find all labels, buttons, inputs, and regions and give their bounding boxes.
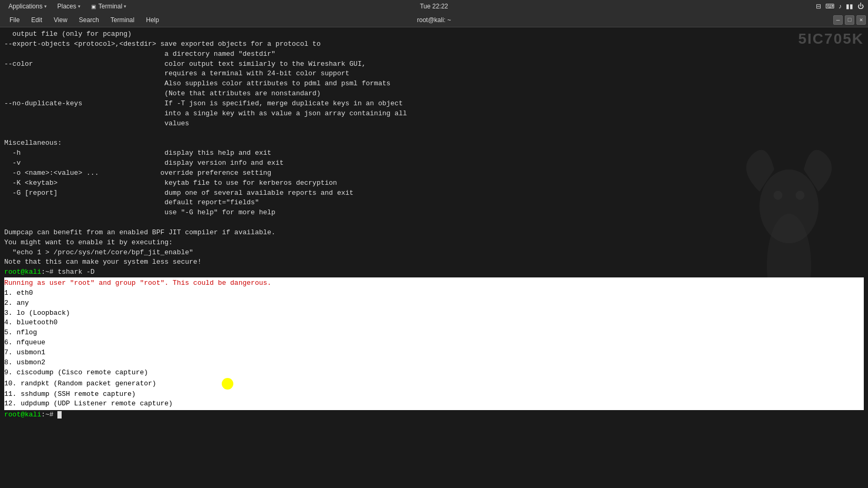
places-label: Places	[57, 3, 76, 10]
top-right-area: ⊟ ⌨ ♪ ▮▮ ⏻	[816, 3, 864, 10]
top-menubar: Applications ▾ Places ▾ ▣ Terminal ▾ Tue…	[0, 0, 868, 13]
term-line-misc-header: Miscellaneous:	[4, 138, 864, 148]
interface-2: 2. any	[4, 298, 864, 308]
term-line: --export-objects <protocol>,<destdir> sa…	[4, 39, 864, 49]
applications-label: Applications	[8, 3, 43, 10]
power-icon: ⏻	[857, 3, 864, 10]
term-line: -G [report] dump one of several availabl…	[4, 188, 864, 198]
scrolled-output: output file (only for pcapng) --export-o…	[4, 29, 864, 267]
places-arrow: ▾	[78, 4, 81, 9]
interface-12: 12. udpdump (UDP Listener remote capture…	[4, 399, 864, 409]
term-menu-view[interactable]: View	[48, 15, 73, 25]
term-line: -h display this help and exit	[4, 148, 864, 158]
term-menu-edit[interactable]: Edit	[26, 15, 47, 25]
term-line	[4, 218, 864, 228]
terminal-window-buttons: — □ ✕	[833, 15, 866, 25]
term-line: default report="fields"	[4, 198, 864, 208]
term-line: values	[4, 119, 864, 129]
tshark-warning: Running as user "root" and group "root".…	[4, 278, 864, 288]
term-line	[4, 128, 864, 138]
maximize-button[interactable]: □	[845, 15, 854, 25]
tshark-d-output: Running as user "root" and group "root".…	[4, 277, 864, 410]
battery-icon: ▮▮	[846, 3, 853, 10]
interface-3: 3. lo (Loopback)	[4, 308, 864, 318]
terminal-content[interactable]: 5IC705K output file (only for pcapng) --…	[0, 27, 868, 488]
term-line: requires a terminal with 24-bit color su…	[4, 69, 864, 79]
prompt-user-2: root@kali	[4, 411, 41, 419]
terminal-title: root@kali: ~	[417, 16, 451, 24]
terminal-topmenu-label: Terminal	[98, 3, 122, 10]
speaker-icon: ♪	[839, 3, 842, 10]
terminal-topmenu-arrow: ▾	[124, 4, 126, 9]
terminal-topmenu[interactable]: ▣ Terminal ▾	[87, 2, 131, 11]
interface-4: 4. bluetooth0	[4, 318, 864, 328]
term-line: -o <name>:<value> ... override preferenc…	[4, 168, 864, 178]
interface-8: 8. usbmon2	[4, 358, 864, 368]
term-line: output file (only for pcapng)	[4, 29, 864, 39]
network-icon: ⊟	[816, 3, 821, 10]
term-line: --no-duplicate-keys If -T json is specif…	[4, 99, 864, 109]
applications-arrow: ▾	[44, 4, 47, 9]
interface-6: 6. nfqueue	[4, 338, 864, 348]
interface-11: 11. sshdump (SSH remote capture)	[4, 390, 864, 400]
minimize-button[interactable]: —	[833, 15, 843, 25]
term-menu-search[interactable]: Search	[74, 15, 104, 25]
keyboard-icon: ⌨	[825, 3, 834, 10]
top-datetime: Tue 22:22	[420, 3, 448, 10]
term-menu-file[interactable]: File	[4, 15, 25, 25]
term-line-bpf1: Dumpcap can benefit from an enabled BPF …	[4, 228, 864, 238]
terminal-icon: ▣	[91, 4, 96, 9]
term-line: (Note that attributes are nonstandard)	[4, 89, 864, 99]
term-line: --color color output text similarly to t…	[4, 59, 864, 69]
interface-1: 1. eth0	[4, 288, 864, 298]
term-line-bpf3: "echo 1 > /proc/sys/net/core/bpf_jit_ena…	[4, 248, 864, 258]
prompt-sep-2: :~#	[41, 411, 57, 419]
tshark-cmd: tshark -D	[57, 268, 94, 276]
places-menu[interactable]: Places ▾	[53, 2, 85, 11]
interface-5: 5. nflog	[4, 328, 864, 338]
interface-9: 9. ciscodump (Cisco remote capture)	[4, 368, 864, 378]
interface-10: 10. randpkt (Random packet generator)	[4, 378, 864, 390]
cursor-block	[57, 411, 62, 419]
prompt-user-1: root@kali	[4, 268, 41, 276]
applications-menu[interactable]: Applications ▾	[4, 2, 51, 11]
prompt-tshark: root@kali:~# tshark -D	[4, 267, 864, 277]
term-menu-help[interactable]: Help	[141, 15, 164, 25]
terminal-window: File Edit View Search Terminal Help root…	[0, 13, 868, 488]
terminal-titlebar: File Edit View Search Terminal Help root…	[0, 13, 868, 27]
term-line-bpf2: You might want to enable it by executing…	[4, 238, 864, 248]
term-line: -v display version info and exit	[4, 158, 864, 168]
prompt-sep-1: :~#	[41, 268, 57, 276]
close-button[interactable]: ✕	[856, 15, 866, 25]
prompt-final: root@kali:~#	[4, 410, 864, 420]
term-menu-terminal[interactable]: Terminal	[105, 15, 140, 25]
term-line-bpf4: Note that this can make your system less…	[4, 257, 864, 267]
interface-7: 7. usbmon1	[4, 348, 864, 358]
term-line: Also supplies color attributes to pdml a…	[4, 79, 864, 89]
term-line: into a single key with as value a json a…	[4, 109, 864, 119]
term-line: use "-G help" for more help	[4, 208, 864, 218]
terminal-menubar: File Edit View Search Terminal Help	[0, 15, 164, 25]
term-line: a directory named "destdir"	[4, 49, 864, 59]
term-line: -K <keytab> keytab file to use for kerbe…	[4, 178, 864, 188]
